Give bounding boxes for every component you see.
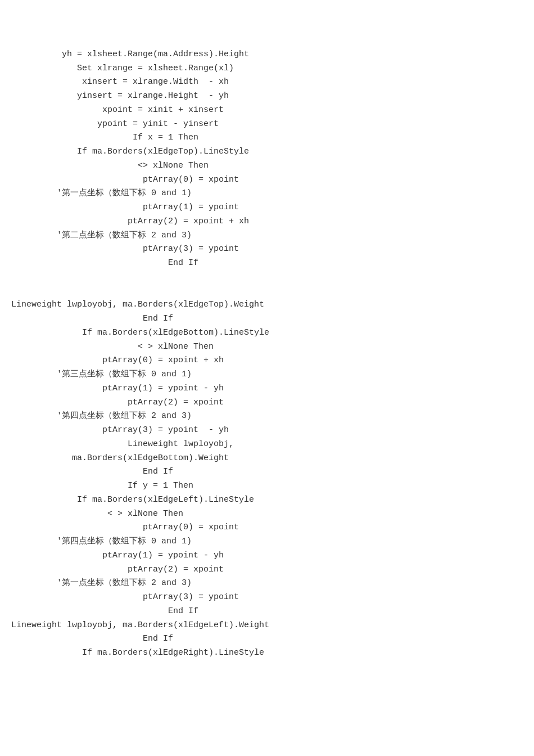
code-line: If ma.Borders(xlEdgeBottom).LineStyle	[11, 326, 534, 340]
code-line: ptArray(0) = xpoint + xh	[11, 354, 534, 368]
code-line: Lineweight lwployobj,	[11, 438, 534, 452]
code-line: ptArray(0) = xpoint	[11, 521, 534, 535]
empty-line	[11, 285, 534, 299]
code-line: ptArray(2) = xpoint + xh	[11, 215, 534, 229]
code-line: '第一点坐标（数组下标 2 and 3)	[11, 577, 534, 591]
code-line: ptArray(1) = ypoint	[11, 201, 534, 215]
code-line: ptArray(2) = xpoint	[11, 563, 534, 577]
code-line: '第四点坐标（数组下标 2 and 3)	[11, 410, 534, 424]
code-line: End If	[11, 605, 534, 619]
code-line: <> xlNone Then	[11, 159, 534, 173]
code-line: '第一点坐标（数组下标 0 and 1)	[11, 187, 534, 201]
code-line: End If	[11, 312, 534, 326]
code-line: ma.Borders(xlEdgeBottom).Weight	[11, 452, 534, 466]
code-line: If x = 1 Then	[11, 131, 534, 145]
code-line: ptArray(1) = ypoint - yh	[11, 549, 534, 563]
code-line: End If	[11, 256, 534, 271]
code-line: If ma.Borders(xlEdgeRight).LineStyle	[11, 646, 534, 660]
code-line: ptArray(0) = xpoint	[11, 173, 534, 187]
code-line: Lineweight lwployobj, ma.Borders(xlEdgeT…	[11, 298, 534, 312]
code-line: ptArray(2) = xpoint	[11, 396, 534, 410]
code-line: '第四点坐标（数组下标 0 and 1)	[11, 535, 534, 549]
code-line: yh = xlsheet.Range(ma.Address).Height	[11, 48, 534, 62]
code-line: ptArray(1) = ypoint - yh	[11, 382, 534, 396]
code-line: ptArray(3) = ypoint	[11, 242, 534, 256]
code-line: If ma.Borders(xlEdgeLeft).LineStyle	[11, 493, 534, 507]
empty-line	[11, 271, 534, 285]
code-container: yh = xlsheet.Range(ma.Address).Height Se…	[0, 34, 534, 660]
code-line: yinsert = xlrange.Height - yh	[11, 89, 534, 104]
code-line: '第二点坐标（数组下标 2 and 3)	[11, 229, 534, 243]
code-line: End If	[11, 465, 534, 479]
code-line: ptArray(3) = ypoint - yh	[11, 424, 534, 438]
code-line: < > xlNone Then	[11, 340, 534, 354]
code-line: xpoint = xinit + xinsert	[11, 104, 534, 118]
code-line: ptArray(3) = ypoint	[11, 591, 534, 605]
code-line: If ma.Borders(xlEdgeTop).LineStyle	[11, 145, 534, 159]
code-line: '第三点坐标（数组下标 0 and 1)	[11, 368, 534, 382]
code-line: If y = 1 Then	[11, 479, 534, 493]
code-line: Lineweight lwployobj, ma.Borders(xlEdgeL…	[11, 619, 534, 633]
code-line: End If	[11, 632, 534, 646]
code-line: < > xlNone Then	[11, 507, 534, 521]
code-line: ypoint = yinit - yinsert	[11, 118, 534, 132]
code-line: xinsert = xlrange.Width - xh	[11, 75, 534, 89]
code-line: Set xlrange = xlsheet.Range(xl)	[11, 62, 534, 76]
